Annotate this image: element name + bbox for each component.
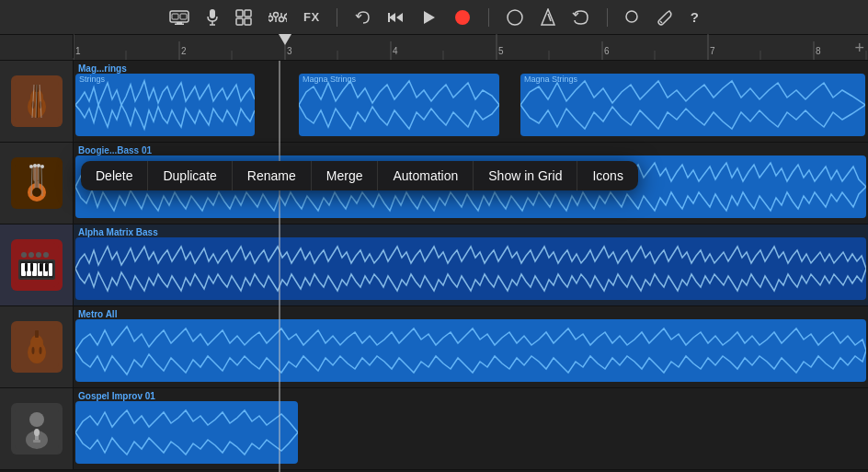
svg-rect-79 (30, 263, 33, 271)
record-icon[interactable] (453, 8, 472, 27)
svg-rect-78 (25, 263, 28, 271)
grid-icon[interactable] (235, 9, 252, 26)
context-menu-item-delete[interactable]: Delete (81, 161, 148, 190)
svg-point-15 (274, 12, 279, 17)
svg-point-82 (21, 252, 27, 258)
svg-point-97 (34, 429, 40, 436)
track-icon-3 (11, 239, 63, 291)
svg-point-25 (508, 10, 522, 25)
clip[interactable] (75, 319, 866, 382)
svg-point-62 (37, 164, 40, 167)
context-menu: Delete Duplicate Rename Merge Automation… (81, 161, 638, 190)
svg-line-29 (660, 21, 662, 23)
track-content-5: Gospel Improv 01 (74, 388, 868, 469)
volume-icon[interactable] (506, 9, 524, 26)
track-header-5[interactable] (0, 388, 74, 469)
svg-point-60 (29, 165, 33, 168)
ruler-num-3: 3 (287, 46, 292, 56)
search-icon[interactable] (624, 9, 641, 26)
track-header-2[interactable] (0, 143, 74, 224)
track-icon-5 (11, 403, 63, 455)
toolbar-sep-2 (488, 8, 489, 27)
main-area: Mag...rings Strings Magna Strings (0, 61, 868, 472)
svg-point-61 (33, 164, 37, 167)
ruler: 1 2 3 4 5 6 7 8 + (0, 35, 868, 61)
rewind-icon[interactable] (387, 9, 404, 26)
svg-rect-80 (40, 263, 42, 271)
track-header-4[interactable] (0, 306, 74, 387)
track-header-1[interactable] (0, 61, 74, 142)
svg-marker-21 (396, 13, 403, 22)
svg-point-84 (36, 252, 41, 258)
track-label-3: Alpha Matrix Bass (78, 227, 158, 237)
svg-point-13 (268, 16, 273, 20)
ruler-num-6: 6 (604, 46, 610, 56)
track-label-5: Gospel Improv 01 (78, 391, 155, 401)
screen-icon[interactable] (169, 10, 189, 25)
svg-point-83 (29, 252, 34, 258)
fx-label[interactable]: FX (303, 10, 320, 24)
add-track-button[interactable]: + (854, 38, 864, 57)
svg-point-85 (43, 252, 49, 258)
clip[interactable]: Strings (75, 74, 255, 136)
ruler-num-8: 8 (816, 46, 821, 56)
mic-icon[interactable] (206, 8, 219, 27)
svg-point-28 (626, 11, 637, 22)
svg-rect-3 (172, 14, 178, 19)
svg-point-93 (29, 412, 44, 427)
svg-point-91 (39, 347, 41, 354)
track-row: Metro All (0, 306, 868, 388)
loop-icon[interactable] (572, 9, 590, 26)
tracks-container: Mag...rings Strings Magna Strings (0, 61, 868, 472)
svg-point-90 (31, 347, 34, 354)
context-menu-item-duplicate[interactable]: Duplicate (148, 161, 232, 190)
svg-rect-96 (33, 440, 40, 443)
track-row: Gospel Improv 01 (0, 388, 868, 470)
mixer-icon[interactable] (268, 9, 287, 26)
clip[interactable] (75, 237, 866, 300)
playhead[interactable] (279, 34, 291, 45)
track-row: Mag...rings Strings Magna Strings (0, 61, 868, 143)
track-label-1: Mag...rings (78, 63, 127, 74)
clip[interactable] (75, 401, 298, 464)
clip[interactable]: Magna Strings (520, 74, 865, 136)
svg-point-17 (280, 17, 284, 21)
ruler-num-7: 7 (710, 46, 715, 56)
track-icon-4 (11, 321, 63, 373)
svg-rect-0 (170, 11, 188, 22)
track-icon-1 (11, 75, 63, 127)
track-label-4: Metro All (78, 309, 117, 319)
svg-rect-22 (388, 13, 390, 22)
svg-point-63 (40, 165, 44, 168)
track-header-3[interactable] (0, 224, 74, 305)
undo-icon[interactable] (354, 9, 371, 26)
ruler-track: 1 2 3 4 5 6 7 8 (74, 34, 868, 60)
wrench-icon[interactable] (657, 9, 674, 26)
play-icon[interactable] (420, 9, 437, 26)
context-menu-item-merge[interactable]: Merge (312, 161, 379, 190)
context-menu-item-automation[interactable]: Automation (378, 161, 474, 190)
svg-rect-9 (245, 10, 251, 17)
context-menu-item-icons[interactable]: Icons (577, 161, 637, 190)
context-menu-item-rename[interactable]: Rename (233, 161, 312, 190)
svg-marker-26 (542, 9, 554, 25)
ruler-num-2: 2 (181, 46, 187, 56)
svg-point-24 (455, 10, 470, 25)
track-icon-2 (11, 157, 63, 209)
ruler-num-1: 1 (75, 46, 81, 56)
svg-marker-23 (424, 11, 435, 24)
track-label-2: Boogie...Bass 01 (78, 145, 152, 155)
toolbar: FX (0, 0, 868, 35)
track-content-1: Mag...rings Strings Magna Strings (74, 61, 868, 142)
svg-rect-4 (180, 14, 187, 19)
svg-point-19 (285, 14, 288, 18)
help-icon[interactable]: ? (691, 9, 699, 25)
toolbar-sep-3 (607, 8, 608, 27)
svg-marker-20 (389, 13, 395, 22)
clip[interactable]: Magna Strings (299, 74, 499, 136)
context-menu-item-show-in-grid[interactable]: Show in Grid (474, 161, 577, 190)
svg-rect-11 (245, 18, 251, 25)
track-content-4: Metro All (74, 306, 868, 387)
metronome-icon[interactable] (541, 8, 555, 27)
track-row-selected: Alpha Matrix Bass (0, 224, 868, 306)
